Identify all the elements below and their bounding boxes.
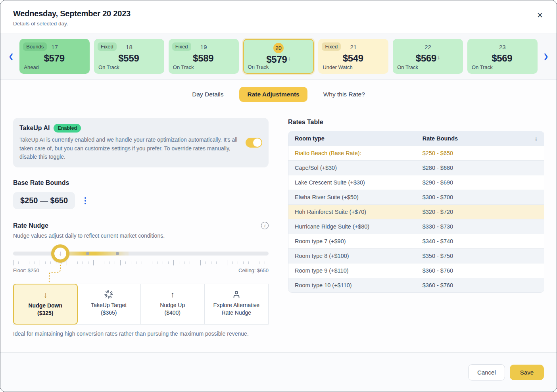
close-icon[interactable]: ✕ (534, 9, 546, 21)
room-type-cell: Elwha River Suite (+$50) (288, 190, 416, 204)
explore-alternative-button[interactable]: Explore Alternative Rate Nudge (205, 284, 269, 324)
takeup-ai-description: TakeUp AI is currently enabled and we ha… (19, 136, 240, 161)
slider-track[interactable]: ↓ (13, 252, 269, 256)
day-price: $569 (472, 53, 533, 64)
rate-bounds-cell: $320 - $720 (416, 205, 544, 219)
modal-footer: Cancel Save (0, 352, 557, 392)
chevron-left-icon[interactable]: ❮ (6, 51, 16, 62)
table-row[interactable]: Room type 9 (+$110) $360 - $760 (288, 263, 544, 278)
cancel-button[interactable]: Cancel (468, 364, 505, 380)
day-price: $579↓ (248, 54, 309, 65)
slider-handle-arrow-down-icon[interactable]: ↓ (51, 244, 69, 263)
takeup-ai-panel: TakeUp AI Enabled TakeUp AI is currently… (13, 118, 269, 167)
table-row[interactable]: Room type 7 (+$90) $340 - $740 (288, 234, 544, 248)
page-title: Wednesday, September 20 2023 (13, 9, 544, 18)
status-badge: On Track (248, 64, 269, 70)
rate-adjustments-panel: TakeUp AI Enabled TakeUp AI is currently… (0, 109, 279, 352)
sparkle-icon (81, 289, 138, 300)
nudge-up-button[interactable]: ↑ Nudge Up ($400) (141, 284, 205, 324)
tab-day-details[interactable]: Day Details (190, 87, 226, 102)
info-icon[interactable]: i (261, 222, 269, 229)
page-subtitle: Details of selected day. (13, 21, 544, 27)
status-badge: Ahead (24, 64, 39, 70)
column-header-room-type[interactable]: Room type (288, 131, 416, 146)
option-value: ($325) (17, 310, 74, 316)
day-card-23[interactable]: 23 $569 On Track (467, 39, 538, 74)
chevron-right-icon[interactable]: ❯ (541, 51, 551, 62)
room-type-cell: Hurricane Ridge Suite (+$80) (288, 219, 416, 234)
table-row[interactable]: Hurricane Ridge Suite (+$80) $330 - $730 (288, 219, 544, 234)
day-price: $549 (323, 53, 384, 64)
day-number: 20 (273, 43, 284, 53)
nudge-caption: Ideal for maintaining high conversion ra… (13, 331, 269, 337)
day-number: 22 (397, 42, 459, 52)
nudge-down-button[interactable]: ↓ Nudge Down ($325) (13, 284, 78, 325)
tab-bar: Day Details Rate Adjustments Why this Ra… (0, 80, 557, 109)
price-value: $559 (118, 53, 139, 63)
fixed-badge: Fixed (98, 42, 117, 51)
floor-label: Floor: $250 (13, 267, 39, 273)
rate-bounds-cell: $330 - $730 (416, 219, 544, 234)
room-type-cell: Room type 9 (+$110) (288, 263, 416, 278)
table-row[interactable]: Rialto Beach (Base Rate): $250 - $650 (288, 146, 544, 160)
person-icon (208, 289, 265, 300)
rate-bounds-cell: $290 - $690 (416, 175, 544, 190)
enabled-badge: Enabled (54, 124, 81, 133)
room-type-cell: Room type 8 (+$100) (288, 249, 416, 263)
takeup-ai-title: TakeUp AI (19, 125, 50, 132)
day-card-22[interactable]: 22 $569↓ On Track (393, 39, 463, 74)
rate-bounds-cell: $250 - $650 (416, 146, 544, 160)
toggle-knob (253, 138, 261, 147)
table-row[interactable]: Lake Crescent Suite (+$30) $290 - $690 (288, 175, 544, 190)
takeup-ai-toggle[interactable] (246, 138, 262, 148)
takeup-target-button[interactable]: TakeUp Target ($365) (77, 284, 141, 324)
bounds-badge: Bounds (23, 42, 47, 51)
option-label: TakeUp Target (81, 302, 138, 308)
option-value: ($365) (81, 309, 138, 316)
status-badge: On Track (173, 64, 194, 70)
modal-content: TakeUp AI Enabled TakeUp AI is currently… (0, 109, 557, 352)
table-row[interactable]: Room type 8 (+$100) $350 - $750 (288, 248, 544, 263)
save-button[interactable]: Save (510, 365, 544, 380)
sort-arrow-down-icon[interactable]: ↓ (534, 135, 538, 142)
room-type-cell: Lake Crescent Suite (+$30) (288, 175, 416, 190)
room-type-cell: Hoh Rainforest Suite (+$70) (288, 205, 416, 219)
rate-bounds-cell: $360 - $760 (416, 263, 544, 278)
option-label: Nudge Down (17, 302, 74, 309)
modal-header: Wednesday, September 20 2023 Details of … (0, 0, 557, 33)
option-label: Nudge Up (144, 302, 201, 308)
table-row[interactable]: Room type 10 (+$110) $360 - $760 (288, 278, 544, 292)
rate-bounds-cell: $350 - $750 (416, 249, 544, 263)
table-row[interactable]: Cape/Sol (+$30) $280 - $680 (288, 160, 544, 175)
day-price: $569↓ (397, 53, 459, 64)
day-card-17[interactable]: Bounds 17 $579 Ahead (19, 39, 90, 74)
kebab-menu-icon[interactable] (83, 196, 88, 206)
room-type-cell: Room type 10 (+$110) (288, 278, 416, 292)
price-value: $569 (416, 53, 436, 63)
slider-target-dot (86, 252, 89, 255)
rate-bounds-cell: $340 - $740 (416, 234, 544, 248)
rates-table-panel: Rates Table Room type Rate Bounds ↓ Rial… (279, 109, 557, 352)
trend-down-icon: ↓ (288, 55, 290, 61)
day-card-21[interactable]: Fixed 21 $549 Under Watch (318, 39, 388, 74)
day-price: $559 (98, 53, 160, 64)
price-value: $579 (44, 53, 65, 63)
table-header-row: Room type Rate Bounds ↓ (288, 131, 544, 146)
tab-why-this-rate[interactable]: Why this Rate? (321, 87, 367, 102)
takeup-ai-info: TakeUp AI Enabled TakeUp AI is currently… (19, 124, 240, 161)
rate-nudge-slider: ↓ Floor: $250 Ceiling: $650 (13, 252, 269, 273)
fixed-badge: Fixed (172, 42, 191, 51)
column-header-rate-bounds[interactable]: Rate Bounds ↓ (416, 131, 544, 146)
trend-down-icon: ↓ (437, 54, 440, 60)
status-badge: Under Watch (323, 64, 352, 70)
day-card-list: Bounds 17 $579 Ahead Fixed 18 $559 On Tr… (19, 39, 538, 74)
room-type-cell: Cape/Sol (+$30) (288, 161, 416, 175)
rate-nudge-section: Rate Nudge i Nudge values adjust daily t… (13, 222, 269, 337)
table-row-highlighted[interactable]: Hoh Rainforest Suite (+$70) $320 - $720 (288, 204, 544, 219)
day-card-18[interactable]: Fixed 18 $559 On Track (94, 39, 164, 74)
tab-rate-adjustments[interactable]: Rate Adjustments (239, 87, 307, 102)
day-card-19[interactable]: Fixed 19 $589 On Track (169, 39, 239, 74)
day-card-20-selected[interactable]: 20 $579↓ On Track (243, 39, 314, 74)
base-rate-bounds-value[interactable]: $250 — $650 (13, 192, 75, 209)
table-row[interactable]: Elwha River Suite (+$50) $300 - $700 (288, 190, 544, 204)
